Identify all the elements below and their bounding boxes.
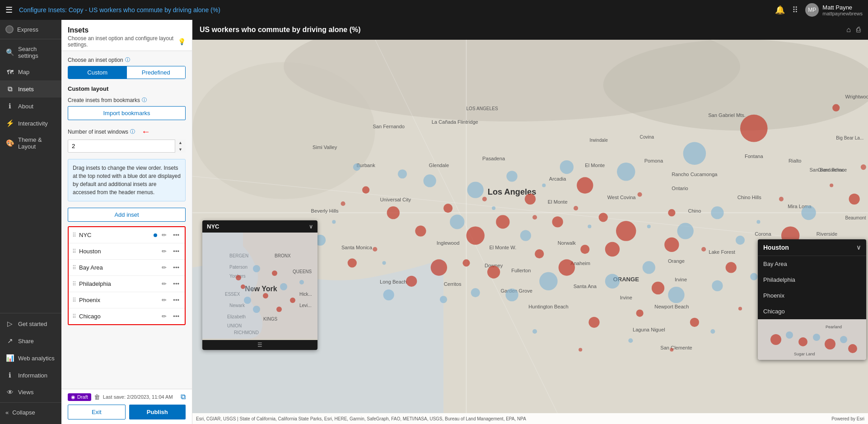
sidebar-item-express[interactable]: Express	[0, 20, 61, 37]
svg-text:Fullerton: Fullerton	[511, 268, 531, 273]
houston-dropdown-header[interactable]: Houston ∨	[758, 239, 866, 256]
exit-button[interactable]: Exit	[68, 405, 126, 419]
inset-edit-bay-area[interactable]: ✏	[160, 263, 168, 272]
add-inset-button[interactable]: Add inset	[68, 208, 186, 222]
inset-edit-nyc[interactable]: ✏	[160, 231, 168, 239]
sidebar-item-search-settings[interactable]: 🔍 Search settings	[0, 41, 61, 64]
publish-button[interactable]: Publish	[129, 405, 186, 419]
sidebar-item-views[interactable]: 👁 Views	[0, 384, 61, 401]
svg-text:West Covina: West Covina	[607, 195, 636, 200]
search-icon: 🔍	[5, 48, 14, 56]
inset-more-chicago[interactable]: •••	[171, 312, 181, 321]
collapse-button[interactable]: « Collapse	[0, 405, 61, 420]
option-info-icon[interactable]: ⓘ	[125, 56, 130, 63]
svg-point-80	[535, 249, 544, 258]
svg-text:San Gabriel Mts.: San Gabriel Mts.	[708, 112, 746, 118]
trash-icon[interactable]: 🗑	[94, 393, 100, 401]
svg-text:La Cañada Flintridge: La Cañada Flintridge	[432, 119, 478, 125]
nyc-inset-header[interactable]: NYC ∨	[202, 220, 317, 233]
svg-text:Newport Beach: Newport Beach	[654, 304, 689, 309]
panel: Insets Choose an inset option and config…	[61, 20, 192, 424]
toggle-predefined[interactable]: Predefined	[127, 66, 186, 79]
avatar: MP	[805, 3, 819, 17]
svg-point-178	[770, 334, 781, 345]
inset-dot-nyc	[154, 233, 157, 237]
copy-icon[interactable]: ⧉	[181, 393, 186, 401]
dropdown-item-philadelphia[interactable]: Philadelphia	[758, 272, 866, 288]
houston-label: Houston	[763, 244, 789, 251]
svg-text:Levi...: Levi...	[299, 303, 312, 308]
houston-thumbnail-svg: Sugar Land Pearland	[758, 319, 866, 360]
houston-map-thumbnail: Sugar Land Pearland	[758, 319, 866, 360]
map-title: US workers who commute by driving alone …	[200, 26, 361, 34]
home-icon[interactable]: ⌂	[846, 26, 851, 34]
svg-point-98	[560, 160, 574, 174]
inset-more-philadelphia[interactable]: •••	[171, 280, 181, 288]
user-profile[interactable]: MP Matt Payne mattpaynewbrews	[805, 3, 863, 17]
svg-text:Laguna Niguel: Laguna Niguel	[633, 327, 665, 332]
sidebar-item-label: Map	[18, 69, 29, 75]
inset-more-houston[interactable]: •••	[171, 247, 181, 256]
num-inset-input[interactable]: 2	[68, 140, 186, 153]
inset-edit-philadelphia[interactable]: ✏	[160, 280, 168, 288]
dropdown-item-phoenix[interactable]: Phoenix	[758, 288, 866, 303]
dropdown-item-bay-area[interactable]: Bay Area	[758, 256, 866, 272]
get-started-icon: ▷	[5, 320, 14, 328]
menu-icon[interactable]: ☰	[5, 5, 13, 15]
map-background[interactable]: Los Angeles Simi Valley San Fernando La …	[192, 40, 868, 413]
num-info-icon[interactable]: ⓘ	[130, 128, 135, 135]
inset-more-phoenix[interactable]: •••	[171, 296, 181, 304]
drag-handle-philadelphia[interactable]: ⠿	[72, 281, 76, 287]
svg-text:Cerritos: Cerritos	[444, 281, 462, 287]
svg-point-132	[542, 183, 546, 187]
drag-handle-chicago[interactable]: ⠿	[72, 313, 76, 320]
print-icon[interactable]: ⎙	[856, 26, 861, 34]
sidebar-item-information[interactable]: ℹ Information	[0, 367, 61, 384]
svg-point-66	[525, 194, 536, 205]
nyc-chevron-icon[interactable]: ∨	[309, 224, 313, 230]
sidebar-item-insets[interactable]: ⧉ Insets	[0, 80, 61, 98]
panel-header: Insets Choose an inset option and config…	[61, 20, 192, 51]
sidebar-item-theme-layout[interactable]: 🎨 Theme & Layout	[0, 132, 61, 154]
import-bookmarks-button[interactable]: Import bookmarks	[68, 106, 186, 120]
sidebar-item-interactivity[interactable]: ⚡ Interactivity	[0, 115, 61, 132]
svg-point-104	[450, 214, 464, 229]
svg-point-64	[832, 104, 840, 112]
toggle-custom[interactable]: Custom	[68, 66, 127, 79]
inset-edit-phoenix[interactable]: ✏	[160, 296, 168, 304]
sidebar-item-share[interactable]: ↗ Share	[0, 332, 61, 349]
bookmarks-label: Create insets from bookmarks ⓘ	[68, 97, 186, 103]
inset-item-chicago: ⠿ Chicago ✏ •••	[69, 308, 185, 324]
topbar-title: Configure Insets: Copy - US workers who …	[19, 6, 775, 14]
svg-point-88	[849, 194, 860, 205]
inset-edit-houston[interactable]: ✏	[160, 247, 168, 256]
drag-handle-phoenix[interactable]: ⠿	[72, 297, 76, 303]
inset-more-nyc[interactable]: •••	[171, 231, 181, 239]
sidebar-item-get-started[interactable]: ▷ Get started	[0, 315, 61, 332]
dropdown-item-chicago[interactable]: Chicago	[758, 303, 866, 319]
footer-menu-icon[interactable]: ☰	[257, 342, 262, 348]
red-arrow-indicator: ←	[141, 126, 150, 137]
drag-handle-bay-area[interactable]: ⠿	[72, 265, 76, 271]
lightbulb-icon[interactable]: 💡	[178, 38, 186, 45]
sidebar-item-web-analytics[interactable]: 📊 Web analytics	[0, 349, 61, 367]
sidebar-item-map[interactable]: 🗺 Map	[0, 64, 61, 80]
inset-name-chicago: Chicago	[79, 313, 151, 320]
svg-point-175	[241, 284, 245, 289]
inset-edit-chicago[interactable]: ✏	[160, 312, 168, 321]
svg-point-91	[636, 309, 644, 317]
inset-more-bay-area[interactable]: •••	[171, 263, 181, 272]
num-spinner-down[interactable]: ▼	[175, 146, 186, 153]
bell-icon[interactable]: 🔔	[775, 5, 785, 15]
nyc-inset-window[interactable]: NYC ∨ New York BERGEN Paterson Yonkers B…	[202, 220, 317, 350]
drag-handle-nyc[interactable]: ⠿	[72, 232, 76, 238]
grid-icon[interactable]: ⠿	[792, 5, 798, 15]
nyc-inset-body: New York BERGEN Paterson Yonkers BRONX E…	[202, 233, 317, 340]
num-spinner-up[interactable]: ▲	[175, 140, 186, 146]
svg-text:LOS ANGELES: LOS ANGELES	[466, 106, 498, 111]
svg-point-94	[605, 242, 620, 256]
svg-point-103	[353, 163, 360, 171]
sidebar-item-about[interactable]: ℹ About	[0, 98, 61, 115]
drag-handle-houston[interactable]: ⠿	[72, 248, 76, 255]
bookmarks-info-icon[interactable]: ⓘ	[142, 97, 147, 103]
